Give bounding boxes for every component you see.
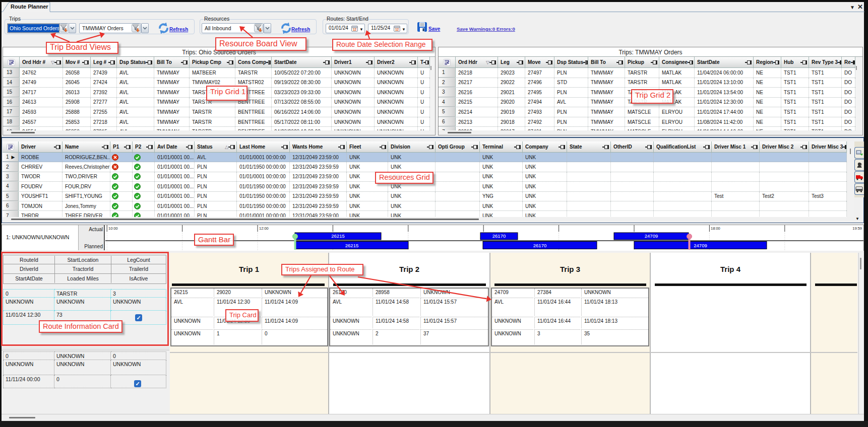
svg-text:18:00: 18:00 [711,226,720,231]
svg-text:10:00: 10:00 [108,226,118,231]
svg-text:12: 12 [353,28,357,31]
svg-text:24709: 24709 [645,233,658,239]
svg-text:12:00: 12:00 [259,226,269,231]
svg-text:12: 12 [395,28,399,31]
svg-text:26215: 26215 [331,233,344,239]
svg-text:26170: 26170 [533,243,546,248]
svg-text:19:59: 19:59 [852,226,862,231]
svg-text:24709: 24709 [694,243,707,248]
svg-text:26170: 26170 [492,233,506,239]
svg-text:26215: 26215 [345,243,358,248]
